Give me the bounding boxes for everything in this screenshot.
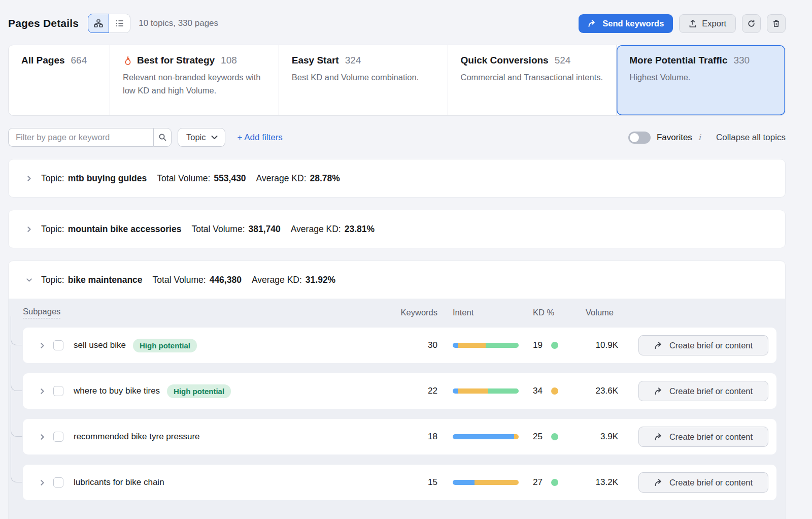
tab-best-for-strategy[interactable]: Best for Strategy 108 Relevant non-brand… (110, 45, 279, 115)
average-kd-value: 31.92% (306, 275, 335, 285)
info-icon[interactable]: i (698, 133, 701, 142)
column-header-intent: Intent (453, 308, 473, 317)
create-brief-button[interactable]: Create brief or content (638, 472, 768, 493)
row-checkbox[interactable] (53, 340, 63, 350)
create-brief-arrow-icon (654, 387, 664, 395)
preset-tabs: All Pages 664 Best for Strategy 108 Rele… (8, 45, 786, 116)
kd-dot (551, 387, 558, 395)
column-header-keywords: Keywords (401, 308, 437, 317)
flame-icon (123, 56, 132, 66)
page-name: sell used bike (74, 340, 126, 350)
keywords-count: 30 (428, 340, 437, 350)
create-brief-arrow-icon (654, 479, 664, 486)
chevron-right-icon[interactable] (31, 479, 53, 486)
subpage-row[interactable]: lubricants for bike chain 15 27 13.2K Cr… (23, 465, 776, 500)
tab-easy-start[interactable]: Easy Start 324 Best KD and Volume combin… (279, 45, 448, 115)
send-keywords-button[interactable]: Send keywords (579, 14, 673, 33)
collapse-all-topics-link[interactable]: Collapse all topics (716, 133, 786, 143)
list-view-button[interactable] (109, 14, 130, 33)
topic-prefix: Topic: (41, 275, 64, 285)
tab-label: Best for Strategy (137, 55, 215, 66)
create-brief-button[interactable]: Create brief or content (638, 427, 768, 447)
add-filters-link[interactable]: + Add filters (238, 133, 283, 143)
export-icon (689, 19, 697, 28)
filter-input[interactable] (8, 128, 153, 147)
top-actions: Send keywords Export (579, 14, 786, 33)
topics-pages-summary: 10 topics, 330 pages (139, 18, 218, 28)
topic-prefix: Topic: (41, 224, 64, 235)
filter-bar-right: Favorites i Collapse all topics (628, 132, 786, 144)
intent-bar (453, 343, 519, 348)
total-volume-label: Total Volume: (153, 275, 206, 285)
row-checkbox[interactable] (53, 477, 63, 488)
create-brief-button[interactable]: Create brief or content (638, 381, 768, 401)
chevron-right-icon[interactable] (24, 225, 34, 233)
kd-value: 25 (533, 432, 546, 442)
search-icon (158, 133, 167, 142)
subpage-row[interactable]: recommended bike tyre pressure 18 25 3.9… (23, 419, 776, 455)
subpage-row[interactable]: where to buy bike tires High potential 2… (23, 373, 776, 409)
tab-count: 330 (733, 55, 750, 66)
chevron-right-icon[interactable] (31, 342, 53, 349)
keywords-count: 22 (428, 386, 437, 396)
total-volume-label: Total Volume: (191, 224, 245, 235)
row-checkbox[interactable] (53, 386, 63, 396)
average-kd-value: 28.78% (310, 173, 340, 184)
topic-name: mountain bike accessories (68, 224, 182, 235)
hierarchy-icon (94, 19, 103, 28)
high-potential-badge: High potential (133, 339, 197, 352)
column-header-volume: Volume (586, 308, 614, 317)
chevron-right-icon[interactable] (31, 387, 53, 395)
pages-details-panel: Pages Details (0, 0, 794, 519)
high-potential-badge: High potential (167, 384, 231, 398)
subpage-rows: sell used bike High potential 30 19 10.9… (23, 328, 776, 500)
column-header-kd: KD % (533, 308, 554, 317)
favorites-toggle[interactable] (628, 132, 651, 144)
total-volume-value: 381,740 (249, 224, 281, 235)
subpage-row-wrap: where to buy bike tires High potential 2… (23, 373, 776, 409)
table-header-row: Subpages Keywords Intent KD % Volume (23, 299, 776, 326)
intent-bar (453, 480, 519, 485)
tab-description: Commercial and Transactional intents. (461, 71, 604, 84)
chevron-down-icon[interactable] (24, 276, 34, 284)
toggle-knob (630, 133, 639, 142)
tab-description: Highest Volume. (629, 71, 772, 84)
tab-quick-conversions[interactable]: Quick Conversions 524 Commercial and Tra… (448, 45, 617, 115)
tab-more-potential-traffic[interactable]: More Potential Traffic 330 Highest Volum… (617, 45, 785, 115)
keywords-count: 18 (428, 432, 437, 442)
create-brief-label: Create brief or content (669, 386, 753, 396)
topic-filter-dropdown[interactable]: Topic (178, 128, 225, 147)
tab-count: 108 (221, 55, 237, 66)
subpage-row[interactable]: sell used bike High potential 30 19 10.9… (23, 328, 776, 363)
export-button[interactable]: Export (679, 14, 736, 33)
intent-bar (453, 434, 519, 439)
delete-button[interactable] (767, 14, 786, 33)
tab-label: Quick Conversions (461, 55, 549, 66)
total-volume-value: 446,380 (210, 275, 242, 285)
chevron-right-icon[interactable] (31, 433, 53, 441)
topic-header[interactable]: Topic: mountain bike accessories Total V… (9, 210, 785, 248)
row-checkbox[interactable] (53, 432, 63, 442)
topic-card-mountain-bike-accessories: Topic: mountain bike accessories Total V… (8, 210, 786, 248)
intent-segment-informational (453, 480, 475, 485)
create-brief-button[interactable]: Create brief or content (638, 335, 768, 355)
topic-header[interactable]: Topic: mtb buying guides Total Volume: 5… (9, 159, 785, 197)
subpage-row-wrap: lubricants for bike chain 15 27 13.2K Cr… (23, 465, 776, 500)
intent-bar (453, 388, 519, 394)
intent-segment-commercial (514, 434, 519, 439)
total-volume-label: Total Volume: (157, 173, 210, 184)
list-icon (115, 19, 124, 28)
refresh-button[interactable] (742, 14, 761, 33)
tab-all-pages[interactable]: All Pages 664 (9, 45, 110, 115)
search-button[interactable] (153, 128, 172, 147)
column-header-subpages[interactable]: Subpages (23, 307, 60, 318)
create-brief-label: Create brief or content (669, 478, 753, 488)
hierarchy-view-button[interactable] (88, 14, 109, 33)
topic-header[interactable]: Topic: bike maintenance Total Volume: 44… (9, 261, 785, 299)
chevron-right-icon[interactable] (24, 175, 34, 182)
intent-segment-informational (453, 343, 458, 348)
filter-bar: Topic + Add filters Favorites i Collapse… (8, 128, 786, 147)
topic-name: bike maintenance (68, 275, 143, 285)
intent-segment-transactional (486, 343, 519, 348)
kd-value: 19 (533, 340, 546, 350)
